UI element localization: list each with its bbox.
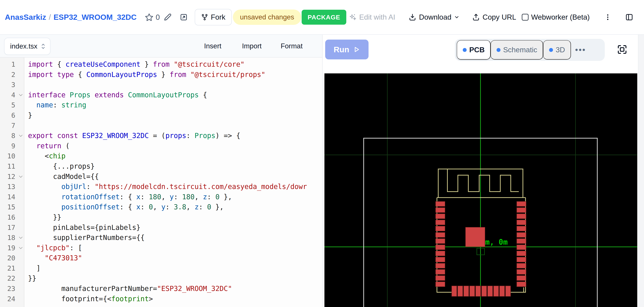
fullscreen-button[interactable] <box>617 44 628 55</box>
code-line[interactable]: 10 <chip <box>0 151 322 161</box>
pcb-pad[interactable] <box>488 286 493 297</box>
code-line[interactable]: 2import type { CommonLayoutProps } from … <box>0 70 322 80</box>
pcb-pad[interactable] <box>516 251 526 256</box>
tab-pcb[interactable]: PCB <box>457 40 490 59</box>
code-line[interactable]: 21 ] <box>0 263 322 274</box>
fold-chevron-icon[interactable] <box>18 233 24 243</box>
pcb-pad[interactable] <box>470 286 475 297</box>
pcb-pad[interactable] <box>516 208 526 213</box>
code-line[interactable]: 7 <box>0 121 322 131</box>
code-line[interactable]: 3 <box>0 80 322 90</box>
file-selector[interactable]: index.tsx <box>4 38 50 55</box>
pcb-pad[interactable] <box>452 286 457 297</box>
pcb-canvas[interactable]: 0m, 0m <box>324 73 637 307</box>
breadcrumb-separator: / <box>49 13 51 22</box>
code-line[interactable]: 22}} <box>0 273 322 284</box>
toggle-panel-button[interactable] <box>625 13 634 21</box>
pcb-pad[interactable] <box>516 226 526 231</box>
pcb-pad[interactable] <box>482 286 487 297</box>
pcb-center-pad[interactable] <box>465 227 485 247</box>
pcb-pad[interactable] <box>516 263 526 268</box>
pcb-pad[interactable] <box>516 220 526 225</box>
run-button[interactable]: Run <box>325 39 368 59</box>
pcb-pad[interactable] <box>516 201 526 207</box>
fold-chevron-icon[interactable] <box>18 243 24 253</box>
pcb-pad[interactable] <box>436 276 445 281</box>
pcb-pad[interactable] <box>436 220 445 225</box>
edit-title-button[interactable] <box>164 13 172 21</box>
code-line[interactable]: 15 positionOffset: { x: 0, y: 3.8, z: 0 … <box>0 202 322 212</box>
tabs-more-button[interactable]: ••• <box>571 45 590 54</box>
fold-chevron-icon[interactable] <box>18 90 24 100</box>
pcb-pad[interactable] <box>516 269 526 275</box>
code-line[interactable]: 19 "jlcpcb": [ <box>0 243 322 253</box>
code-line[interactable]: 12 cadModel={{ <box>0 172 322 182</box>
code-area[interactable]: 1import { createUseComponent } from "@ts… <box>0 57 322 307</box>
download-button[interactable]: Download <box>408 13 460 21</box>
tab-schematic[interactable]: Schematic <box>490 40 543 59</box>
pcb-pad[interactable] <box>516 282 526 287</box>
more-options-button[interactable] <box>604 13 612 21</box>
fork-button[interactable]: Fork <box>195 9 232 25</box>
pcb-pad[interactable] <box>516 214 526 219</box>
share-button[interactable] <box>180 13 188 21</box>
pcb-pad[interactable] <box>476 286 481 297</box>
pcb-pad[interactable] <box>436 201 445 207</box>
pcb-pad[interactable] <box>436 214 445 219</box>
webworker-toggle[interactable]: Webworker (Beta) <box>522 13 590 21</box>
fold-chevron-icon[interactable] <box>18 172 24 182</box>
code-line[interactable]: 20 "C473013" <box>0 253 322 263</box>
star-icon <box>145 13 154 21</box>
pcb-pad[interactable] <box>436 232 445 238</box>
code-line[interactable]: 9 return ( <box>0 141 322 151</box>
pcb-pad[interactable] <box>505 286 511 297</box>
copy-url-button[interactable]: Copy URL <box>472 13 516 21</box>
code-line[interactable]: 23 manufacturerPartNumber="ESP32_WROOM_3… <box>0 284 322 294</box>
pcb-pad[interactable] <box>436 282 445 287</box>
pcb-pad[interactable] <box>436 251 445 256</box>
pcb-pad[interactable] <box>516 245 526 250</box>
pcb-pad[interactable] <box>436 257 445 262</box>
code-line[interactable]: 13 objUrl: "https://modelcdn.tscircuit.c… <box>0 182 322 192</box>
pcb-pad[interactable] <box>516 232 526 238</box>
menu-format[interactable]: Format <box>281 35 302 57</box>
webworker-checkbox[interactable] <box>522 14 528 20</box>
fold-chevron-icon[interactable] <box>18 131 24 141</box>
code-line[interactable]: 17 pinLabels={pinLabels} <box>0 223 322 233</box>
code-line[interactable]: 14 rotationOffset: { x: 180, y: 180, z: … <box>0 192 322 202</box>
pcb-pad[interactable] <box>458 286 463 297</box>
menu-insert[interactable]: Insert <box>204 35 222 57</box>
pcb-pad[interactable] <box>436 263 445 268</box>
code-line[interactable]: 24 footprint={<footprint> <box>0 294 322 304</box>
pcb-pad[interactable] <box>516 276 526 281</box>
code-line[interactable]: 16 }} <box>0 212 322 223</box>
tab-status-dot <box>496 48 500 52</box>
pcb-pad[interactable] <box>436 269 445 275</box>
code-line[interactable]: 18 supplierPartNumbers={{ <box>0 233 322 243</box>
edit-with-ai-button[interactable]: Edit with AI <box>349 13 395 21</box>
page-scrollbar[interactable] <box>638 0 644 307</box>
code-line[interactable]: 1import { createUseComponent } from "@ts… <box>0 59 322 70</box>
pcb-pad[interactable] <box>464 286 469 297</box>
pcb-pad[interactable] <box>436 245 445 250</box>
kebab-menu-icon <box>604 13 612 21</box>
menu-import[interactable]: Import <box>242 35 262 57</box>
tab-3d[interactable]: 3D <box>543 40 571 59</box>
code-line[interactable]: 5 name: string <box>0 100 322 110</box>
code-line[interactable]: 4interface Props extends CommonLayoutPro… <box>0 90 322 100</box>
pcb-pad[interactable] <box>436 226 445 231</box>
line-number: 14 <box>0 192 15 202</box>
pcb-pad[interactable] <box>436 239 445 244</box>
pcb-pad[interactable] <box>516 239 526 244</box>
code-line[interactable]: 11 {...props} <box>0 161 322 172</box>
pcb-pad[interactable] <box>436 208 445 213</box>
pcb-pad[interactable] <box>516 257 526 262</box>
code-line[interactable]: 6} <box>0 110 322 121</box>
pcb-pad[interactable] <box>493 286 499 297</box>
code-line[interactable]: 8export const ESP32_WROOM_32DC = (props:… <box>0 131 322 141</box>
pcb-pad[interactable] <box>499 286 505 297</box>
breadcrumb-package-link[interactable]: ESP32_WROOM_32DC <box>54 13 136 22</box>
star-counter[interactable]: 0 <box>145 13 160 21</box>
breadcrumb-owner-link[interactable]: AnasSarkiz <box>5 13 46 22</box>
fork-button-label: Fork <box>211 13 226 21</box>
